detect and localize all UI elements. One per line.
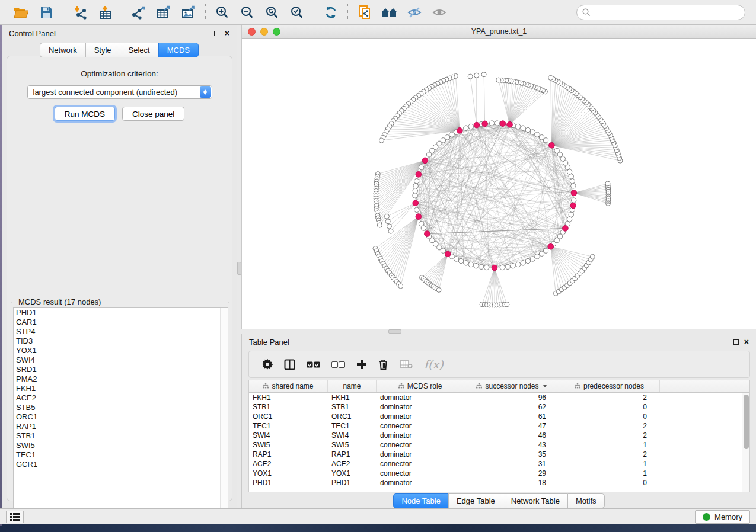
zoom-fit-icon[interactable] <box>261 3 283 22</box>
mcds-result-item[interactable]: ACE2 <box>14 393 228 403</box>
table-row[interactable]: FKH1FKH1dominator962 <box>249 393 749 402</box>
splitter-grip[interactable] <box>237 262 241 275</box>
export-table-icon[interactable] <box>153 3 174 22</box>
column-header[interactable]: MCDS role <box>377 380 464 392</box>
settings-gear-icon[interactable] <box>262 359 273 370</box>
task-history-button[interactable] <box>6 511 24 523</box>
table-cell: YOX1 <box>328 469 377 477</box>
mcds-result-item[interactable]: SWI4 <box>14 355 228 365</box>
network-window-title: YPA_prune.txt_1 <box>242 27 756 36</box>
import-table-icon[interactable] <box>94 3 116 22</box>
table-row[interactable]: PHD1PHD1dominator180 <box>249 478 749 488</box>
export-network-icon[interactable] <box>128 3 149 22</box>
mcds-result-item[interactable]: CAR1 <box>14 318 228 327</box>
toolbar-separator <box>347 4 348 21</box>
table-cell: PHD1 <box>328 479 377 487</box>
mcds-result-item[interactable]: ORC1 <box>14 412 228 422</box>
table-cell: 2 <box>559 450 660 459</box>
function-builder-icon[interactable]: f(x) <box>424 358 444 371</box>
memory-button[interactable]: Memory <box>695 510 750 524</box>
table-row[interactable]: ACE2ACE2connector311 <box>249 459 749 469</box>
table-row[interactable]: SWI5SWI5connector431 <box>249 440 749 450</box>
table-row[interactable]: ORC1ORC1dominator610 <box>249 412 749 421</box>
column-header[interactable]: successor nodes <box>464 380 559 392</box>
table-row[interactable]: YOX1YOX1connector291 <box>249 469 749 478</box>
table-row[interactable]: STB1STB1dominator620 <box>249 402 749 412</box>
float-panel-icon[interactable] <box>214 31 219 36</box>
table-cell: RAP1 <box>328 450 377 459</box>
open-folder-icon[interactable] <box>11 3 32 22</box>
search-field[interactable] <box>576 5 745 20</box>
close-panel-icon[interactable]: × <box>225 31 229 36</box>
table-cell: connector <box>377 422 464 430</box>
mcds-result-list[interactable]: PHD1CAR1STP4TID3YOX1SWI4SRD1PMA2FKH1ACE2… <box>13 307 228 520</box>
export-image-icon[interactable] <box>178 3 199 22</box>
table-cell: 0 <box>559 403 660 411</box>
table-cell: FKH1 <box>249 393 328 402</box>
zoom-out-icon[interactable] <box>237 3 258 22</box>
refresh-icon[interactable] <box>320 3 342 22</box>
first-neighbors-icon[interactable] <box>379 3 400 22</box>
zoom-in-icon[interactable] <box>212 3 233 22</box>
tab-select[interactable]: Select <box>120 43 158 57</box>
mcds-list-scrollbar[interactable] <box>220 308 228 520</box>
mcds-result-item[interactable]: STP4 <box>14 327 228 336</box>
criterion-dropdown[interactable]: largest connected component (undirected) <box>27 85 212 99</box>
tab-motifs[interactable]: Motifs <box>567 493 605 508</box>
tab-mcds[interactable]: MCDS <box>158 43 199 57</box>
search-input[interactable] <box>594 8 739 17</box>
network-window-titlebar[interactable]: YPA_prune.txt_1 <box>242 25 756 39</box>
mcds-result-item[interactable]: SRD1 <box>14 365 228 374</box>
network-graph-canvas[interactable] <box>242 39 756 329</box>
node-table[interactable]: shared namenameMCDS rolesuccessor nodesp… <box>248 380 750 492</box>
column-header[interactable]: name <box>328 380 377 392</box>
tab-edge-table[interactable]: Edge Table <box>448 493 503 508</box>
mcds-result-item[interactable]: PMA2 <box>14 374 228 384</box>
tab-network[interactable]: Network <box>40 43 85 57</box>
copy-network-icon[interactable] <box>354 3 375 22</box>
add-column-icon[interactable] <box>356 359 367 370</box>
table-cell: SWI4 <box>249 431 328 440</box>
delete-column-trash-icon[interactable] <box>378 359 388 370</box>
hide-selected-eye-icon[interactable] <box>404 3 425 22</box>
run-mcds-button[interactable]: Run MCDS <box>55 107 115 121</box>
table-scrollbar[interactable] <box>742 393 749 492</box>
table-row[interactable]: TEC1TEC1connector472 <box>249 421 749 431</box>
column-header[interactable]: shared name <box>249 380 328 392</box>
mcds-result-item[interactable]: TID3 <box>14 336 228 346</box>
show-all-eye-icon[interactable] <box>429 3 450 22</box>
mcds-result-item[interactable]: STB5 <box>14 403 228 412</box>
column-view-icon[interactable] <box>284 359 295 370</box>
deselect-all-checkboxes-icon[interactable] <box>331 361 345 368</box>
table-row[interactable]: SWI4SWI4dominator462 <box>249 431 749 440</box>
table-row[interactable]: RAP1RAP1dominator352 <box>249 450 749 459</box>
tab-node-table[interactable]: Node Table <box>393 493 448 508</box>
tree-hierarchy-icon <box>263 382 269 390</box>
delete-table-icon[interactable] <box>400 360 413 369</box>
tab-network-table[interactable]: Network Table <box>503 493 567 508</box>
mcds-result-item[interactable]: GCR1 <box>14 460 228 469</box>
mcds-result-item[interactable]: SWI5 <box>14 441 228 450</box>
zoom-selected-icon[interactable] <box>286 3 308 22</box>
mcds-result-item[interactable]: RAP1 <box>14 422 228 431</box>
float-panel-icon[interactable] <box>733 339 739 345</box>
mcds-result-item[interactable]: TEC1 <box>14 450 228 460</box>
tab-style[interactable]: Style <box>85 43 120 57</box>
desktop-wallpaper <box>0 524 756 532</box>
table-cell: dominator <box>377 403 464 411</box>
save-icon[interactable] <box>36 3 57 22</box>
close-panel-button[interactable]: Close panel <box>122 107 184 121</box>
select-all-checkboxes-icon[interactable] <box>307 361 320 368</box>
column-header[interactable]: predecessor nodes <box>559 380 660 392</box>
close-panel-icon[interactable]: × <box>744 339 749 345</box>
scrollbar-thumb[interactable] <box>744 395 749 449</box>
import-network-icon[interactable] <box>69 3 91 22</box>
vertical-splitter[interactable] <box>237 25 241 508</box>
mcds-result-item[interactable]: STB1 <box>14 431 228 441</box>
splitter-grip[interactable] <box>388 329 401 334</box>
horizontal-splitter[interactable] <box>241 329 756 334</box>
mcds-result-item[interactable]: YOX1 <box>14 346 228 355</box>
table-cell: 0 <box>559 412 660 421</box>
mcds-result-item[interactable]: PHD1 <box>14 308 228 318</box>
mcds-result-item[interactable]: FKH1 <box>14 384 228 393</box>
